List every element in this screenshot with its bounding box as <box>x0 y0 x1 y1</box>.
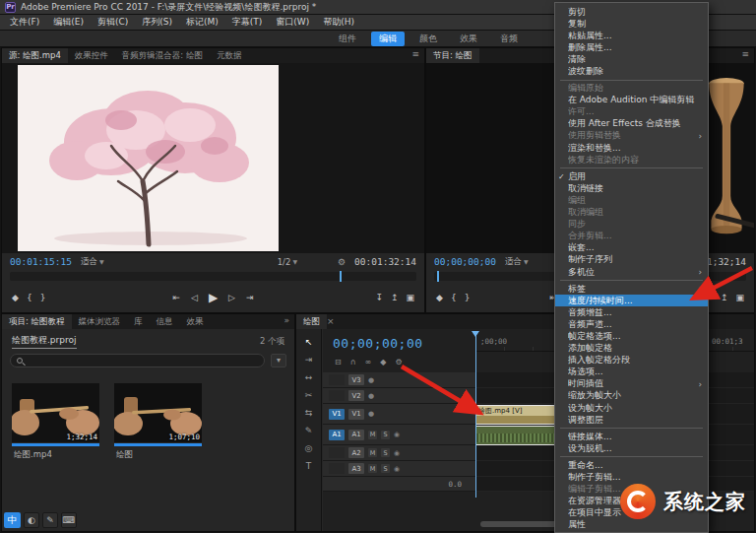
add-marker-icon[interactable]: ◆ <box>380 358 386 366</box>
program-zoom-select[interactable]: 适合▼ <box>505 256 529 268</box>
context-menu-item[interactable]: 添加帧定格 <box>555 343 708 355</box>
panel-menu-icon[interactable]: ≡ <box>736 48 754 63</box>
program-scrubber-playhead[interactable] <box>437 271 439 282</box>
source-patch-empty[interactable] <box>329 390 345 401</box>
export-frame-icon[interactable]: ▣ <box>406 293 414 302</box>
menu-sequence[interactable]: 序列(S) <box>135 16 179 29</box>
context-menu-item[interactable]: 缩放为帧大小 <box>555 390 708 402</box>
source-patch-empty[interactable] <box>329 374 345 385</box>
overwrite-icon[interactable]: ↥ <box>391 293 399 302</box>
source-patch-v1[interactable]: V1 <box>329 409 345 420</box>
project-file-link[interactable]: 绘图教程.prproj <box>12 334 77 349</box>
ime-language-button[interactable]: 中 <box>4 512 21 528</box>
program-current-timecode[interactable]: 00;00;00;00 <box>434 256 496 267</box>
context-menu-item[interactable]: 制作子序列 <box>555 254 708 266</box>
track-output-toggle-icon[interactable]: ● <box>368 410 374 418</box>
ime-keyboard-icon[interactable]: ⌨ <box>61 512 77 528</box>
slip-tool-icon[interactable]: ⇆ <box>305 408 313 418</box>
tab-info[interactable]: 信息 <box>150 314 180 329</box>
thumbnail-scrub-bar[interactable] <box>114 443 202 446</box>
context-menu-item[interactable]: 多机位 › <box>555 266 708 278</box>
context-menu-item[interactable]: 制作子剪辑... <box>555 471 708 483</box>
razor-tool-icon[interactable]: ✂ <box>305 390 313 400</box>
context-menu-item[interactable]: 使用剪辑替换 › <box>555 130 708 142</box>
workspace-tab-audio[interactable]: 音频 <box>492 32 526 46</box>
source-patch-empty[interactable] <box>329 463 345 474</box>
context-menu-item[interactable]: 波纹删除 <box>555 65 708 77</box>
tab-project[interactable]: 项目: 绘图教程 <box>2 314 72 329</box>
context-menu-item[interactable]: 链接媒体... <box>555 431 708 442</box>
context-menu-item[interactable]: 恢复未渲染的内容 <box>555 154 708 166</box>
tab-source-clip[interactable]: 源: 绘图.mp4 <box>2 48 68 63</box>
track-select-tool-icon[interactable]: ⇥ <box>305 355 313 365</box>
tab-libraries[interactable]: 库 <box>127 314 150 329</box>
master-gain-value[interactable]: 0.0 <box>448 480 462 489</box>
pen-tool-icon[interactable]: ✎ <box>305 426 313 435</box>
context-menu-item[interactable]: 帧定格选项... <box>555 330 708 342</box>
context-menu-item[interactable]: 标签 › <box>555 283 708 295</box>
settings-wrench-icon[interactable]: ⚙ <box>338 257 346 267</box>
source-zoom-select[interactable]: 适合▼ <box>81 256 104 268</box>
clip-name[interactable]: 绘图.mp4 <box>12 449 99 461</box>
track-target-v1[interactable]: V1 <box>348 409 364 420</box>
ripple-edit-tool-icon[interactable]: ↔ <box>305 372 313 382</box>
track-output-toggle-icon[interactable]: ● <box>368 392 374 400</box>
search-input[interactable] <box>28 356 258 366</box>
menu-edit[interactable]: 编辑(E) <box>46 16 91 29</box>
export-frame-icon[interactable]: ▣ <box>735 293 744 302</box>
insert-as-nest-icon[interactable]: ⊟ <box>335 358 342 366</box>
context-menu-item[interactable]: 在 Adobe Audition 中编辑剪辑 <box>555 95 708 106</box>
record-arm-icon[interactable]: ◉ <box>394 465 400 473</box>
project-item-thumbnail[interactable]: 1;07;10 <box>114 383 202 442</box>
context-menu-item[interactable]: 删除属性... <box>555 41 708 53</box>
source-current-timecode[interactable]: 00:01:15:15 <box>10 256 72 267</box>
thumbnail-scrub-bar[interactable] <box>12 443 99 446</box>
source-resolution-select[interactable]: 1/2▼ <box>278 257 297 267</box>
context-menu-item[interactable]: 音频增益... <box>555 306 708 318</box>
tab-program[interactable]: 节目: 绘图 <box>426 48 479 63</box>
hand-tool-icon[interactable]: ◎ <box>305 443 313 453</box>
solo-button[interactable]: S <box>381 431 390 439</box>
menu-help[interactable]: 帮助(H) <box>316 16 361 29</box>
context-menu-item[interactable]: 音频声道... <box>555 318 708 330</box>
context-menu-item[interactable]: 使用 After Effects 合成替换 <box>555 118 708 130</box>
filter-bin-icon[interactable]: ▾ <box>271 354 286 367</box>
context-menu-item[interactable]: 插入帧定格分段 <box>555 355 708 366</box>
search-box[interactable] <box>10 354 265 367</box>
tab-media-browser[interactable]: 媒体浏览器 <box>72 314 128 329</box>
menu-window[interactable]: 窗口(W) <box>269 16 316 29</box>
tab-sequence[interactable]: 绘图 <box>296 314 327 329</box>
step-forward-icon[interactable]: ▷ <box>228 293 235 302</box>
insert-icon[interactable]: ↧ <box>375 293 383 302</box>
context-menu-item[interactable]: 剪切 <box>555 6 708 18</box>
context-menu-item[interactable]: 调整图层 <box>555 414 708 426</box>
clip-name[interactable]: 绘图 <box>114 449 202 461</box>
context-menu-item[interactable]: 重命名... <box>555 459 708 471</box>
record-arm-icon[interactable]: ◉ <box>394 431 400 438</box>
step-back-icon[interactable]: ◁ <box>191 293 198 302</box>
project-item-thumbnail[interactable]: 1;32;14 <box>12 383 99 442</box>
context-menu-item[interactable]: 编辑原始 <box>555 83 708 95</box>
mute-button[interactable]: M <box>368 431 377 439</box>
record-arm-icon[interactable]: ◉ <box>394 449 400 457</box>
context-menu-item[interactable]: 清除 <box>555 53 708 65</box>
context-menu-item[interactable]: 设为帧大小 <box>555 402 708 414</box>
context-menu-item[interactable]: 渲染和替换... <box>555 142 708 154</box>
workspace-tab-editing[interactable]: 编辑 <box>371 32 405 46</box>
context-menu-item[interactable]: 设为脱机... <box>555 442 708 454</box>
mute-button[interactable]: M <box>368 448 377 457</box>
tab-effects[interactable]: 效果 <box>180 314 211 329</box>
timeline-playhead[interactable] <box>475 335 476 498</box>
solo-button[interactable]: S <box>381 464 390 473</box>
solo-button[interactable]: S <box>381 448 390 457</box>
panel-menu-icon[interactable]: ≡ <box>407 48 424 63</box>
go-to-out-icon[interactable]: ⇥ <box>246 293 254 302</box>
track-target-v2[interactable]: V2 <box>348 390 364 401</box>
timeline-settings-wrench-icon[interactable]: ⚙ <box>395 358 402 366</box>
track-output-toggle-icon[interactable]: ● <box>368 376 374 384</box>
source-patch-empty[interactable] <box>329 447 345 458</box>
workspace-tab-color[interactable]: 颜色 <box>411 32 445 46</box>
tab-audio-clip-mixer[interactable]: 音频剪辑混合器: 绘图 <box>115 48 210 63</box>
lift-icon[interactable]: ↥ <box>721 293 728 302</box>
selection-tool-icon[interactable]: ↖ <box>305 337 313 347</box>
